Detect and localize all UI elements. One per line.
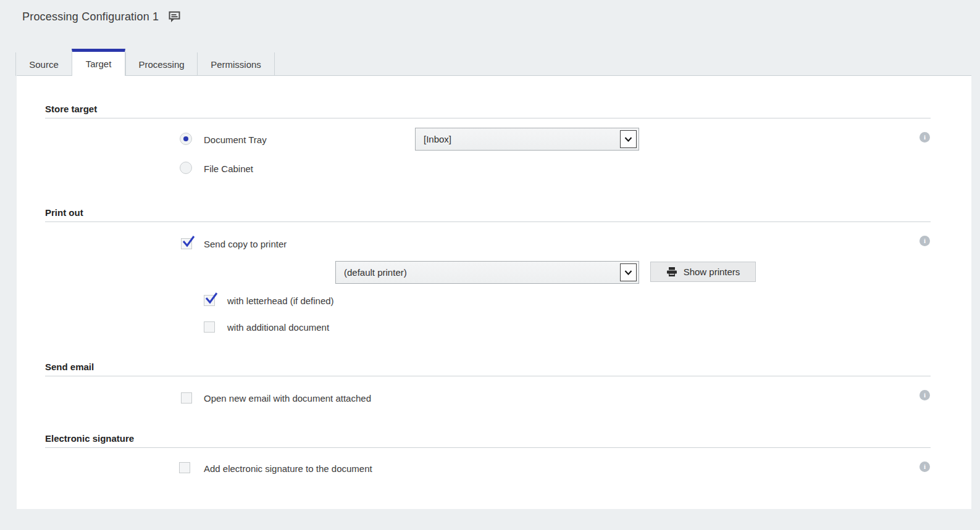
additional-document-checkbox[interactable] [204,321,215,333]
section-heading-print-out: Print out [45,207,931,222]
printer-select-value: (default printer) [336,267,407,278]
target-tab-panel: Store target Document Tray [Inbox] File … [17,75,971,509]
chevron-down-icon [620,130,637,148]
processing-configuration-page: Processing Configuration 1 Source Target… [0,0,980,530]
add-signature-checkbox[interactable] [179,462,190,473]
send-copy-label: Send copy to printer [204,239,287,249]
show-printers-button[interactable]: Show printers [650,262,756,282]
additional-document-label: with additional document [227,322,329,333]
letterhead-label: with letterhead (if defined) [227,296,334,306]
open-email-label: Open new email with document attached [204,393,371,404]
file-cabinet-radio[interactable] [180,162,192,174]
tab-processing[interactable]: Processing [125,52,197,76]
show-printers-label: Show printers [684,267,740,277]
tab-source[interactable]: Source [15,52,72,76]
letterhead-checkbox[interactable] [204,295,215,306]
document-tray-radio[interactable] [180,133,192,145]
tab-bar: Source Target Processing Permissions [15,49,275,76]
section-heading-store-target: Store target [45,104,931,118]
printer-icon [666,267,677,277]
document-tray-select-value: [Inbox] [416,134,451,144]
add-signature-label: Add electronic signature to the document [204,463,372,474]
section-heading-send-email: Send email [45,362,931,376]
open-email-checkbox[interactable] [181,392,192,404]
section-heading-electronic-signature: Electronic signature [45,433,931,448]
document-tray-label: Document Tray [204,135,267,145]
document-tray-select[interactable]: [Inbox] [415,128,639,151]
tab-permissions[interactable]: Permissions [197,52,275,76]
info-icon[interactable] [919,132,930,143]
comment-icon[interactable] [169,11,181,23]
page-header: Processing Configuration 1 [22,10,181,23]
file-cabinet-label: File Cabinet [204,164,253,174]
info-icon[interactable] [919,390,930,400]
radio-dot [183,136,188,141]
info-icon[interactable] [919,462,930,472]
page-title: Processing Configuration 1 [22,10,159,23]
chevron-down-icon [620,263,637,281]
info-icon[interactable] [919,236,930,246]
printer-select[interactable]: (default printer) [335,261,639,284]
tab-target[interactable]: Target [72,49,125,76]
send-copy-checkbox[interactable] [181,238,192,249]
